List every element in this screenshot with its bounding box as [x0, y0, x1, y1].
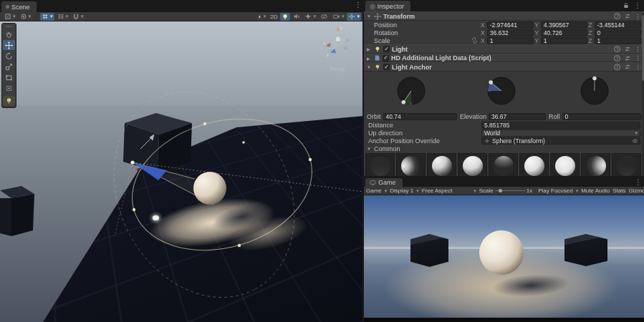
orientation-gizmo[interactable]: y x z — [315, 24, 358, 67]
scene-lighting-button[interactable] — [280, 13, 290, 21]
game-target-dropdown[interactable]: Game ▾ — [366, 187, 387, 194]
position-x-field[interactable]: -2.974641 — [487, 21, 534, 29]
light-gizmo-billboard[interactable] — [153, 215, 159, 220]
2d-toggle-button[interactable]: 2D — [269, 13, 279, 21]
sphere-object[interactable] — [193, 172, 226, 205]
light-enabled-checkbox[interactable]: ✓ — [383, 46, 390, 52]
snap-increment-button[interactable]: ▾ — [71, 13, 85, 21]
scene-audio-button[interactable] — [292, 13, 302, 21]
object-picker-icon[interactable]: ◎ — [633, 138, 638, 144]
gizmos-dropdown[interactable]: Gizmos ▾ — [628, 187, 644, 194]
component-menu-icon[interactable]: ⋮ — [635, 64, 641, 71]
foldout-open-icon[interactable]: ▼ — [367, 65, 372, 69]
lock-icon[interactable] — [623, 1, 630, 9]
roll-dial[interactable] — [579, 75, 610, 107]
light-preset-thumbnail[interactable] — [581, 153, 610, 177]
help-icon[interactable]: ? — [614, 46, 620, 52]
light-preset-thumbnail[interactable] — [519, 153, 549, 177]
light-preset-thumbnail[interactable] — [458, 153, 487, 177]
projection-mode-label[interactable]: Persp — [318, 66, 357, 72]
game-panel-menu-icon[interactable]: ⋮ — [635, 179, 642, 186]
elevation-dial[interactable] — [486, 75, 517, 107]
component-menu-icon[interactable]: ⋮ — [635, 13, 641, 20]
light-preset-thumbnail[interactable] — [396, 153, 426, 177]
rotation-z-field[interactable]: 0 — [595, 29, 641, 36]
scale-tool-button[interactable] — [3, 62, 15, 72]
light-preset-thumbnail[interactable] — [365, 153, 395, 177]
component-menu-icon[interactable]: ⋮ — [635, 54, 641, 62]
help-icon[interactable]: ? — [614, 13, 620, 19]
light-preset-thumbnail[interactable] — [550, 153, 580, 177]
scene-viewport[interactable]: y x z Persp — [0, 21, 364, 322]
roll-field[interactable]: 0 — [562, 113, 641, 120]
light-component-header[interactable]: ▶ ✓ Light ? ⋮ — [364, 44, 644, 54]
scene-visibility-button[interactable] — [319, 13, 330, 21]
presets-icon[interactable] — [624, 64, 631, 70]
position-y-field[interactable]: 4.390567 — [541, 21, 587, 29]
tab-inspector[interactable]: ◎ Inspector — [365, 1, 410, 11]
scale-slider-knob[interactable] — [499, 189, 502, 192]
rotation-x-field[interactable]: 36.632 — [487, 29, 534, 36]
component-menu-icon[interactable]: ⋮ — [635, 46, 641, 53]
orbit-field[interactable]: 40.74 — [383, 113, 457, 120]
orbit-dial[interactable] — [395, 75, 427, 107]
view-tool-button[interactable] — [3, 29, 15, 39]
light-anchor-checkbox[interactable]: ✓ — [383, 64, 390, 70]
mute-audio-button[interactable]: Mute Audio — [581, 187, 610, 194]
game-cube-right — [564, 234, 607, 266]
game-bottom-bar — [364, 318, 644, 322]
move-tool-button[interactable] — [3, 40, 15, 50]
hd-light-data-title: HD Additional Light Data (Script) — [391, 54, 491, 62]
shading-mode-button[interactable]: ◐ ▾ — [256, 13, 267, 21]
scale-y-field[interactable]: 1 — [541, 37, 587, 44]
scale-slider[interactable] — [495, 190, 525, 191]
distance-field[interactable]: 5.851785 — [481, 122, 640, 129]
presets-icon[interactable] — [624, 13, 631, 19]
rect-tool-button[interactable] — [3, 72, 15, 82]
effects-icon — [304, 13, 312, 20]
tool-strip-handle[interactable] — [6, 26, 12, 27]
light-anchor-tool-button[interactable] — [3, 96, 15, 106]
foldout-closed-icon[interactable]: ▶ — [367, 47, 372, 52]
position-z-field[interactable]: -3.455144 — [595, 21, 641, 29]
help-icon[interactable]: ? — [614, 55, 620, 62]
transform-component-header[interactable]: ▼ Transform ? ⋮ — [364, 11, 644, 21]
foldout-closed-icon[interactable]: ▶ — [367, 56, 372, 61]
light-preset-thumbnail[interactable] — [612, 153, 641, 177]
common-foldout-row[interactable]: ▼ Common — [364, 145, 644, 152]
light-preset-thumbnail[interactable] — [489, 153, 518, 177]
grid-snapping-button[interactable]: ▾ — [40, 13, 54, 21]
inspector-menu-icon[interactable]: ⋮ — [634, 1, 641, 9]
foldout-open-icon[interactable]: ▼ — [367, 14, 372, 19]
overlay-menu-button[interactable]: ▾ — [19, 13, 33, 21]
scene-panel-menu-icon[interactable]: ⋮ — [355, 1, 362, 9]
up-direction-dropdown[interactable]: World ▾ — [481, 130, 640, 137]
help-icon[interactable]: ? — [614, 64, 620, 70]
transform-tool-button[interactable] — [3, 83, 15, 93]
hand-tool-icon — [5, 31, 13, 39]
aspect-dropdown[interactable]: Free Aspect ▾ — [422, 187, 476, 194]
tool-settings-button[interactable]: ▾ — [3, 13, 17, 21]
stats-button[interactable]: Stats — [612, 187, 625, 194]
light-preset-thumbnail[interactable] — [427, 153, 456, 177]
foldout-open-icon[interactable]: ▼ — [367, 147, 372, 151]
tab-game[interactable]: Game — [365, 178, 403, 187]
scene-effects-button[interactable]: ▾ — [303, 13, 317, 21]
hd-light-data-header[interactable]: ▶ ✓ HD Additional Light Data (Script) ? … — [364, 54, 644, 62]
play-mode-dropdown[interactable]: Play Focused ▾ — [538, 187, 578, 194]
rotation-y-field[interactable]: 40.726 — [541, 29, 587, 36]
display-dropdown[interactable]: Display 1 ▾ — [390, 187, 418, 194]
anchor-override-object-field[interactable]: Sphere (Transform) ◎ — [481, 137, 640, 145]
elevation-field[interactable]: 36.67 — [489, 113, 546, 120]
grid-visibility-button[interactable]: ▾ — [56, 13, 70, 21]
scene-camera-button[interactable]: ▾ — [331, 13, 346, 21]
presets-icon[interactable] — [624, 55, 631, 62]
scene-gizmos-button[interactable]: ▾ — [347, 13, 361, 21]
hd-light-data-checkbox[interactable]: ✓ — [383, 55, 389, 62]
rotate-tool-button[interactable] — [3, 51, 15, 61]
scale-x-field[interactable]: 1 — [487, 37, 534, 44]
light-anchor-header[interactable]: ▼ ✓ Light Anchor ? ⋮ — [364, 62, 644, 72]
scale-z-field[interactable]: 1 — [595, 37, 641, 44]
tab-scene[interactable]: # Scene — [1, 1, 37, 12]
presets-icon[interactable] — [624, 46, 631, 52]
